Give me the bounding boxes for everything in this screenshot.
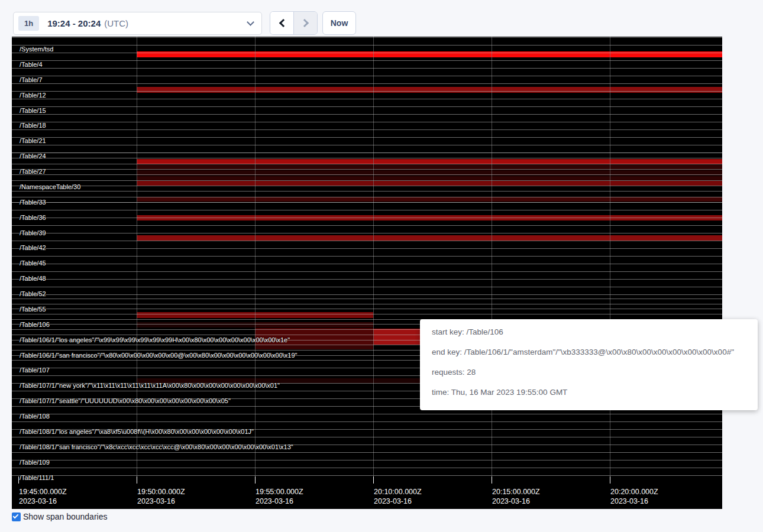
heatmap-band (137, 235, 722, 241)
show-span-boundaries-checkbox[interactable] (12, 512, 21, 521)
time-gridline (492, 37, 492, 484)
heatmap-band (137, 322, 255, 327)
span-boundary-line (12, 218, 722, 218)
span-boundary-line (12, 256, 722, 257)
x-axis-date-label: 2023-03-16 (137, 497, 175, 506)
span-boundary-line (12, 114, 722, 115)
x-axis-date-label: 2023-03-16 (610, 497, 648, 506)
tooltip-line: requests: 28 (432, 368, 751, 377)
time-gridline (373, 37, 374, 484)
span-label: /System/tsd (20, 46, 53, 53)
tooltip-line: start key: /Table/106 (432, 327, 751, 336)
span-boundary-line (12, 452, 722, 453)
time-gridline (610, 37, 610, 484)
time-range-selector[interactable]: 1h 19:24 - 20:24 (UTC) (13, 12, 262, 35)
span-label: /Table/24 (20, 153, 46, 160)
span-label: /Table/52 (20, 291, 46, 297)
time-preset-badge: 1h (18, 16, 39, 31)
x-axis-tick (255, 476, 256, 484)
checkmark-icon (13, 512, 19, 518)
span-label: /Table/111/1 (20, 475, 54, 481)
span-boundary-line (12, 264, 722, 264)
now-button[interactable]: Now (322, 11, 356, 35)
chevron-left-icon (279, 19, 287, 27)
prev-time-button[interactable] (270, 12, 293, 34)
span-boundary-line (12, 164, 722, 164)
x-axis-time-label: 20:15:00.000Z (492, 488, 540, 497)
span-boundary-line (12, 294, 722, 295)
span-boundary-line (12, 299, 722, 299)
span-label: /Table/107 (20, 367, 50, 374)
x-axis-tick (18, 476, 19, 484)
span-boundary-line (12, 174, 722, 175)
span-boundary-line (12, 202, 722, 203)
span-label: /Table/7 (20, 77, 43, 83)
heatmap-band (137, 87, 722, 93)
span-boundary-line (12, 460, 722, 460)
span-boundary-line (12, 468, 722, 468)
span-boundary-line (12, 45, 722, 46)
span-label: /Table/108 (20, 413, 50, 420)
span-boundary-line (12, 197, 722, 197)
span-boundary-line (12, 191, 722, 192)
chevron-down-icon (247, 18, 254, 26)
span-boundary-line (12, 145, 722, 145)
span-label: /Table/15 (20, 108, 46, 114)
span-label: /Table/109 (20, 459, 50, 466)
span-label: /Table/18 (20, 122, 46, 129)
span-label: /Table/27 (20, 168, 46, 175)
span-boundary-line (12, 76, 722, 76)
span-boundary-line (12, 37, 722, 38)
timezone-label: (UTC) (104, 18, 128, 28)
x-axis-tick (373, 476, 374, 484)
span-boundary-line (12, 414, 722, 414)
span-boundary-line (12, 421, 722, 422)
x-axis-tick (492, 476, 492, 484)
x-axis-time-label: 19:55:00.000Z (256, 488, 303, 497)
next-time-button[interactable] (293, 12, 317, 34)
span-boundary-line (12, 248, 722, 249)
span-boundary-line (12, 210, 722, 210)
x-axis-date-label: 2023-03-16 (492, 497, 530, 506)
span-boundary-line (12, 233, 722, 233)
span-label: /Table/108/1/"los angeles"/"\xa8\xf5\u00… (20, 429, 254, 435)
span-boundary-line (12, 169, 722, 170)
span-label: /Table/36 (20, 215, 46, 221)
tooltip-line: time: Thu, 16 Mar 2023 19:55:00 GMT (432, 388, 751, 397)
span-boundary-line (12, 158, 722, 158)
x-axis-time-label: 20:10:00.000Z (374, 488, 422, 497)
span-boundary-line (12, 83, 722, 84)
span-label: /Table/106 (20, 322, 50, 328)
span-label: /NamespaceTable/30 (20, 184, 80, 190)
span-boundary-line (12, 304, 722, 304)
chevron-right-icon (300, 19, 308, 27)
x-axis-tick (610, 476, 610, 484)
x-axis-tick (137, 476, 137, 484)
span-label: /Table/106/1/"san francisco"/"\x80\x00\x… (20, 352, 298, 359)
span-label: /Table/108/1/"san francisco"/"\x8c\xcc\x… (20, 444, 293, 450)
x-axis-time-label: 20:20:00.000Z (610, 488, 658, 497)
span-label: /Table/42 (20, 245, 46, 251)
span-boundary-line (12, 241, 722, 241)
span-label: /Table/107/1/"new york"/"\x11\x11\x11\x1… (20, 382, 280, 389)
span-boundary-line (12, 225, 722, 226)
span-boundary-line (12, 314, 722, 314)
span-boundary-line (12, 153, 722, 153)
span-boundary-line (12, 68, 722, 69)
heatmap-band (255, 322, 373, 327)
span-boundary-line (12, 91, 722, 92)
x-axis-time-label: 19:45:00.000Z (19, 488, 67, 497)
key-visualizer-heatmap[interactable]: /System/tsd/Table/4/Table/7/Table/12/Tab… (12, 37, 722, 509)
x-axis-time-label: 19:50:00.000Z (137, 488, 185, 497)
span-boundary-line (12, 60, 722, 61)
span-boundary-line (12, 271, 722, 272)
footer-controls: Show span boundaries (12, 512, 107, 521)
span-label: /Table/107/1/"seattle"/"UUUUUUD\x00\x80\… (20, 398, 231, 404)
span-boundary-line (12, 99, 722, 99)
span-boundary-line (12, 122, 722, 122)
heatmap-band (255, 345, 373, 349)
heatmap-band (137, 197, 722, 202)
show-span-boundaries-label: Show span boundaries (23, 512, 107, 521)
span-label: /Table/48 (20, 275, 46, 282)
span-boundary-line (12, 106, 722, 107)
